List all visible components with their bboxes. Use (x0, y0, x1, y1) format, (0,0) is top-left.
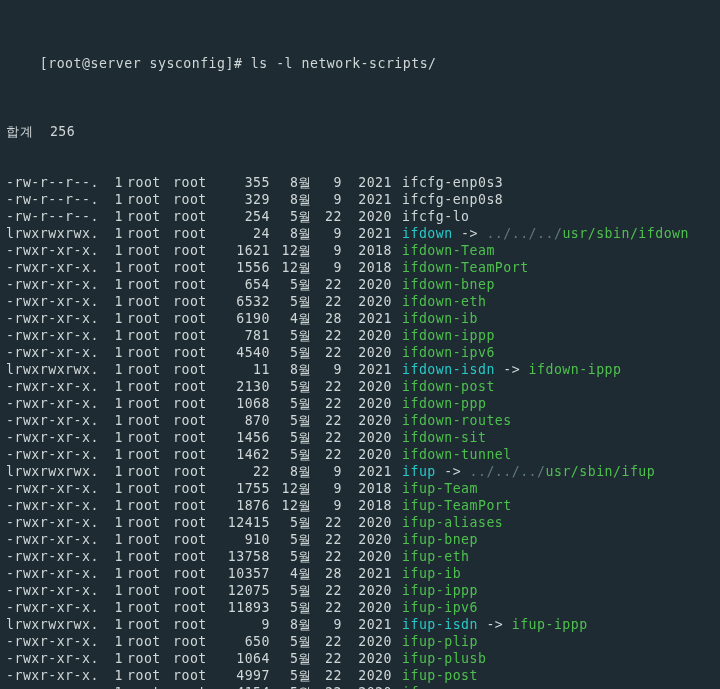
size: 254 (215, 208, 270, 225)
permissions: -rwxr-xr-x. (6, 276, 101, 293)
group: root (169, 446, 215, 463)
permissions: -rwxr-xr-x. (6, 497, 101, 514)
size: 11 (215, 361, 270, 378)
permissions: -rwxr-xr-x. (6, 446, 101, 463)
year: 2020 (342, 650, 392, 667)
file-row: -rwxr-xr-x.1rootroot8705월222020ifdown-ro… (6, 412, 714, 429)
permissions: lrwxrwxrwx. (6, 463, 101, 480)
file-row: -rwxr-xr-x.1rootroot120755월222020ifup-ip… (6, 582, 714, 599)
month: 5월 (270, 208, 312, 225)
owner: root (123, 242, 169, 259)
owner: root (123, 446, 169, 463)
link-count: 1 (101, 599, 123, 616)
group: root (169, 361, 215, 378)
file-name: ifdown-isdn -> ifdown-ippp (392, 362, 621, 377)
owner: root (123, 191, 169, 208)
link-count: 1 (101, 174, 123, 191)
exec-name: usr/sbin/ifup (546, 464, 656, 479)
owner: root (123, 259, 169, 276)
file-name: ifdown-eth (392, 294, 486, 309)
day: 9 (312, 242, 342, 259)
owner: root (123, 633, 169, 650)
link-count: 1 (101, 667, 123, 684)
group: root (169, 565, 215, 582)
link-count: 1 (101, 531, 123, 548)
size: 870 (215, 412, 270, 429)
group: root (169, 633, 215, 650)
file-name: ifcfg-enp0s8 (392, 192, 503, 207)
permissions: -rwxr-xr-x. (6, 531, 101, 548)
file-name: ifdown-tunnel (392, 447, 512, 462)
day: 22 (312, 633, 342, 650)
file-name: ifdown-routes (392, 413, 512, 428)
exec-name: ifdown-eth (402, 294, 486, 309)
file-listing: -rw-r--r--.1rootroot3558월92021ifcfg-enp0… (6, 174, 714, 689)
month: 5월 (270, 344, 312, 361)
size: 1068 (215, 395, 270, 412)
file-name: ifup-isdn -> ifup-ippp (392, 617, 588, 632)
year: 2021 (342, 565, 392, 582)
month: 12월 (270, 259, 312, 276)
symlink-name: ifdown (402, 226, 453, 241)
link-count: 1 (101, 548, 123, 565)
link-count: 1 (101, 565, 123, 582)
day: 22 (312, 412, 342, 429)
total-line: 합계 256 (6, 123, 714, 140)
day: 28 (312, 565, 342, 582)
owner: root (123, 208, 169, 225)
exec-name: ifdown-routes (402, 413, 512, 428)
link-count: 1 (101, 395, 123, 412)
link-count: 1 (101, 650, 123, 667)
terminal-window[interactable]: [root@server sysconfig]# ls -l network-s… (0, 0, 720, 689)
file-row: lrwxrwxrwx.1rootroot228월92021ifup -> ../… (6, 463, 714, 480)
group: root (169, 174, 215, 191)
permissions: -rwxr-xr-x. (6, 310, 101, 327)
group: root (169, 344, 215, 361)
permissions: -rwxr-xr-x. (6, 412, 101, 429)
text: ifcfg-lo (402, 209, 470, 224)
day: 22 (312, 667, 342, 684)
size: 12415 (215, 514, 270, 531)
file-name: ifdown-bnep (392, 277, 495, 292)
text: ../../../ (486, 226, 562, 241)
file-name: ifup-plip (392, 634, 478, 649)
year: 2021 (342, 463, 392, 480)
year: 2020 (342, 531, 392, 548)
prompt-line: [root@server sysconfig]# ls -l network-s… (6, 38, 714, 89)
day: 22 (312, 395, 342, 412)
owner: root (123, 293, 169, 310)
year: 2020 (342, 395, 392, 412)
exec-name: ifdown-ib (402, 311, 478, 326)
owner: root (123, 463, 169, 480)
day: 9 (312, 191, 342, 208)
file-row: -rwxr-xr-x.1rootroot41545월222020ifup-ppp (6, 684, 714, 689)
day: 9 (312, 259, 342, 276)
group: root (169, 463, 215, 480)
year: 2020 (342, 599, 392, 616)
size: 910 (215, 531, 270, 548)
day: 9 (312, 497, 342, 514)
file-row: -rwxr-xr-x.1rootroot103574월282021ifup-ib (6, 565, 714, 582)
year: 2021 (342, 616, 392, 633)
size: 650 (215, 633, 270, 650)
link-count: 1 (101, 378, 123, 395)
month: 12월 (270, 497, 312, 514)
year: 2020 (342, 378, 392, 395)
file-name: ifup-eth (392, 549, 470, 564)
group: root (169, 310, 215, 327)
month: 5월 (270, 429, 312, 446)
command-text: ls -l network-scripts/ (251, 56, 437, 71)
exec-name: ifdown-post (402, 379, 495, 394)
file-name: ifup-post (392, 668, 478, 683)
link-count: 1 (101, 582, 123, 599)
size: 24 (215, 225, 270, 242)
file-row: lrwxrwxrwx.1rootroot118월92021ifdown-isdn… (6, 361, 714, 378)
file-name: ifdown-ipv6 (392, 345, 495, 360)
size: 654 (215, 276, 270, 293)
month: 5월 (270, 378, 312, 395)
file-name: ifdown-ib (392, 311, 478, 326)
file-row: -rwxr-xr-x.1rootroot49975월222020ifup-pos… (6, 667, 714, 684)
link-count: 1 (101, 344, 123, 361)
size: 4540 (215, 344, 270, 361)
permissions: -rw-r--r--. (6, 191, 101, 208)
